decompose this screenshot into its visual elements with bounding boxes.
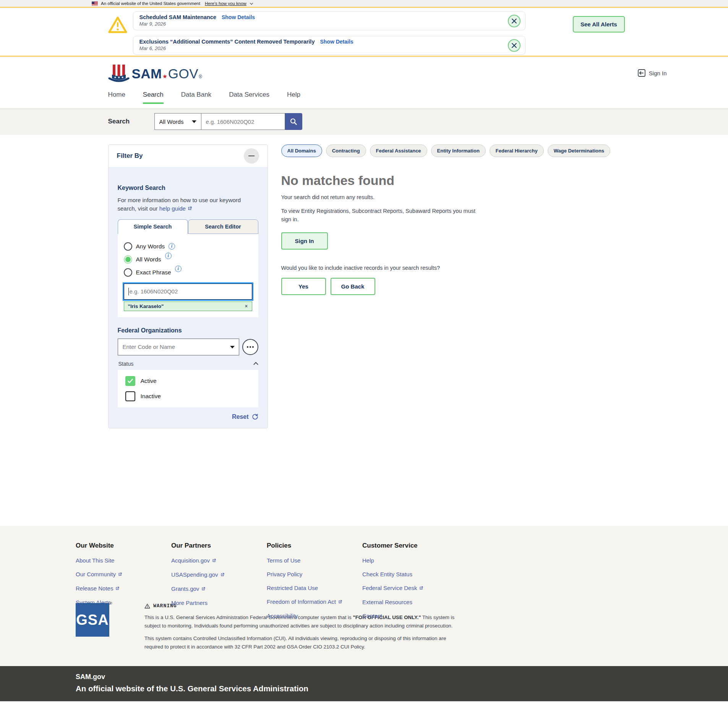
radio-any-words[interactable] bbox=[124, 242, 132, 251]
sign-in-label: Sign In bbox=[649, 70, 667, 76]
chevron-up-icon[interactable] bbox=[253, 362, 258, 367]
inactive-checkbox[interactable] bbox=[125, 391, 135, 401]
status-options: Active Inactive bbox=[118, 370, 258, 407]
ellipsis-icon bbox=[247, 346, 248, 348]
footer-col-policies: Policies Terms of Use Privacy Policy Res… bbox=[267, 542, 362, 626]
radio-any-words-label: Any Words bbox=[136, 243, 165, 250]
reset-icon[interactable] bbox=[252, 413, 258, 420]
footer-link-federal-service-desk[interactable]: Federal Service Desk bbox=[362, 585, 458, 592]
nav-data-services[interactable]: Data Services bbox=[229, 91, 269, 102]
federal-org-input[interactable] bbox=[118, 339, 239, 355]
nav-home[interactable]: Home bbox=[108, 91, 125, 102]
info-icon[interactable]: i bbox=[165, 253, 172, 259]
alert-date: Mar 9, 2026 bbox=[139, 21, 504, 27]
footer-link-foia[interactable]: Freedom of Information Act bbox=[267, 598, 362, 605]
pill-federal-assistance[interactable]: Federal Assistance bbox=[370, 144, 427, 157]
alert-date: Mar 6, 2026 bbox=[139, 45, 504, 51]
pill-federal-hierarchy[interactable]: Federal Hierarchy bbox=[490, 144, 544, 157]
info-icon[interactable]: i bbox=[175, 266, 182, 272]
tab-search-editor[interactable]: Search Editor bbox=[188, 219, 258, 234]
registered-mark: ® bbox=[110, 601, 112, 605]
show-details-link[interactable]: Show Details bbox=[320, 39, 353, 45]
go-back-button[interactable]: Go Back bbox=[331, 278, 375, 295]
alerts-section: Scheduled SAM Maintenance Show Details M… bbox=[0, 8, 728, 57]
reset-filters-link[interactable]: Reset bbox=[232, 413, 249, 420]
pill-contracting[interactable]: Contracting bbox=[326, 144, 366, 157]
alert-title: Scheduled SAM Maintenance bbox=[139, 14, 216, 20]
footer-link-about-this-site[interactable]: About This Site bbox=[76, 557, 171, 564]
filter-by-title: Filter By bbox=[117, 152, 143, 160]
caret-down-icon bbox=[192, 120, 196, 123]
active-checkbox[interactable] bbox=[125, 376, 135, 386]
footer-link-restricted-data-use[interactable]: Restricted Data Use bbox=[267, 585, 362, 591]
minus-icon bbox=[248, 156, 255, 156]
more-options-button[interactable] bbox=[242, 339, 258, 355]
how-you-know-link[interactable]: Here's how you know bbox=[205, 1, 246, 6]
warning-paragraph-2: This system contains Controlled Unclassi… bbox=[144, 634, 455, 651]
bottom-footer: SAM.gov An official website of the U.S. … bbox=[0, 666, 728, 701]
footer-link-acquisition-gov[interactable]: Acquisition.gov bbox=[171, 557, 267, 564]
footer-link-check-entity-status[interactable]: Check Entity Status bbox=[362, 571, 458, 577]
status-inactive-option[interactable]: Inactive bbox=[125, 391, 258, 401]
footer-tagline: An official website of the U.S. General … bbox=[76, 684, 728, 693]
footer-link-accessibility[interactable]: Accessibility bbox=[267, 613, 362, 619]
close-alert-button[interactable] bbox=[508, 15, 520, 27]
nav-data-bank[interactable]: Data Bank bbox=[181, 91, 211, 102]
keyword-search-input[interactable] bbox=[124, 284, 252, 300]
footer-col-customer-service: Customer Service Help Check Entity Statu… bbox=[362, 542, 458, 626]
nav-help[interactable]: Help bbox=[287, 91, 300, 102]
gov-banner: An official website of the United States… bbox=[0, 0, 728, 8]
external-link-icon bbox=[115, 586, 120, 591]
footer-link-contact[interactable]: Contact bbox=[362, 613, 458, 619]
radio-all-words-label: All Words bbox=[136, 256, 161, 263]
footer-link-terms-of-use[interactable]: Terms of Use bbox=[267, 557, 362, 564]
header-sign-in-link[interactable]: Sign In bbox=[637, 69, 667, 77]
gsa-logo: GSA bbox=[76, 603, 109, 637]
global-search-input[interactable] bbox=[201, 113, 285, 130]
logo-sam-text: SAM bbox=[132, 66, 162, 81]
inactive-records-question: Would you like to include inactive recor… bbox=[281, 265, 620, 271]
logo-gov-text: GOV bbox=[168, 66, 198, 81]
footer: Our Website About This Site Our Communit… bbox=[0, 526, 728, 603]
search-mode-select[interactable]: All Words bbox=[154, 113, 201, 130]
info-icon[interactable]: i bbox=[169, 243, 175, 250]
main-nav: Home Search Data Bank Data Services Help bbox=[0, 91, 728, 108]
external-link-icon bbox=[187, 206, 192, 211]
tab-simple-search[interactable]: Simple Search bbox=[118, 219, 188, 234]
caret-down-icon[interactable] bbox=[230, 346, 235, 349]
footer-link-usaspending-gov[interactable]: USASpending.gov bbox=[171, 571, 267, 578]
external-link-icon bbox=[212, 558, 216, 563]
footer-link-our-community[interactable]: Our Community bbox=[76, 571, 171, 578]
pill-entity-information[interactable]: Entity Information bbox=[431, 144, 486, 157]
footer-link-privacy-policy[interactable]: Privacy Policy bbox=[267, 571, 362, 577]
close-alert-button[interactable] bbox=[508, 39, 520, 52]
search-mode-value: All Words bbox=[159, 118, 184, 125]
radio-all-words[interactable] bbox=[124, 255, 132, 264]
remove-chip-button[interactable]: × bbox=[245, 303, 248, 309]
footer-link-external-resources[interactable]: External Resources bbox=[362, 599, 458, 605]
sign-in-button[interactable]: Sign In bbox=[281, 232, 328, 250]
results-section: All Domains Contracting Federal Assistan… bbox=[281, 144, 620, 295]
see-all-alerts-button[interactable]: See All Alerts bbox=[573, 16, 625, 32]
keyword-chip-label: "Iris Karaselo" bbox=[128, 303, 164, 309]
no-matches-title: No matches found bbox=[281, 173, 620, 188]
footer-link-more-partners[interactable]: More Partners bbox=[171, 600, 267, 606]
status-section-label: Status bbox=[118, 361, 134, 367]
pill-wage-determinations[interactable]: Wage Determinations bbox=[548, 144, 610, 157]
footer-link-grants-gov[interactable]: Grants.gov bbox=[171, 585, 267, 592]
footer-col-our-partners: Our Partners Acquisition.gov USASpending… bbox=[171, 542, 267, 626]
external-link-icon bbox=[118, 572, 122, 577]
radio-exact-phrase[interactable] bbox=[124, 268, 132, 277]
footer-link-release-notes[interactable]: Release Notes bbox=[76, 585, 171, 592]
footer-link-help[interactable]: Help bbox=[362, 557, 458, 564]
status-active-option[interactable]: Active bbox=[125, 376, 258, 386]
collapse-filters-button[interactable] bbox=[244, 148, 259, 164]
yes-button[interactable]: Yes bbox=[281, 278, 326, 295]
help-guide-link[interactable]: help guide bbox=[159, 205, 186, 212]
search-submit-button[interactable] bbox=[285, 113, 302, 130]
pill-all-domains[interactable]: All Domains bbox=[281, 144, 322, 157]
sam-gov-logo[interactable]: ★ ★ ★ SAM ★ GOV ® bbox=[108, 64, 203, 84]
nav-search[interactable]: Search bbox=[143, 91, 164, 104]
show-details-link[interactable]: Show Details bbox=[222, 14, 255, 20]
close-icon bbox=[512, 18, 517, 23]
